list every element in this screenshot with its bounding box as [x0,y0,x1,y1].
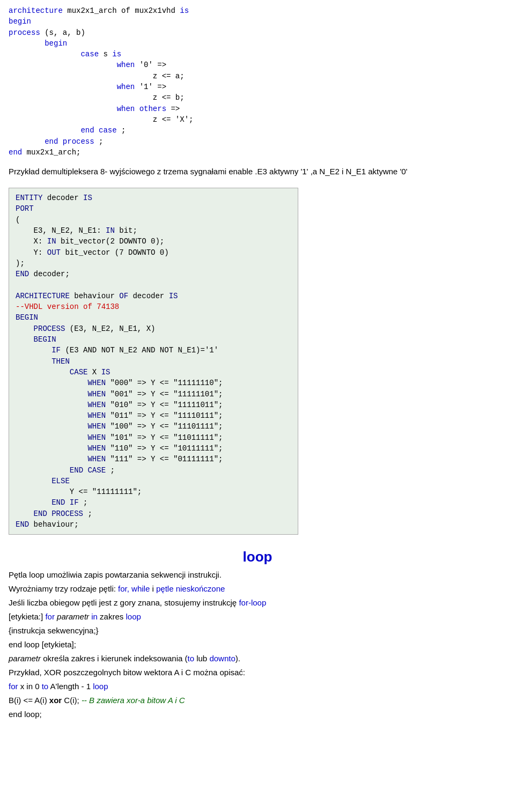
decoder-code-box: ENTITY decoder IS PORT ( E3, N_E2, N_E1:… [9,188,298,535]
mux-code: architecture mux2x1_arch of mux2x1vhd is… [9,5,506,158]
loop-line-3: Jeśli liczba obiegow pętli jest z gory z… [9,596,506,609]
loop-line-7: parametr określa zakres i kierunek indek… [9,652,506,665]
loop-line-9: for x in 0 to A'length - 1 loop [9,680,506,693]
loop-line-11: end loop; [9,708,506,721]
intro-paragraph: Przykład demultipleksera 8- wyjściowego … [9,165,506,178]
loop-heading: loop [9,549,506,565]
loop-line-4: [etykieta:] for parametr in zakres loop [9,610,506,623]
loop-title: loop [9,549,506,565]
decoder-code: ENTITY decoder IS PORT ( E3, N_E2, N_E1:… [16,193,291,530]
loop-description: Pętla loop umożliwia zapis powtarzania s… [9,569,506,721]
loop-line-2: Wyrożniamy trzy rodzaje pętli: for, whil… [9,582,506,595]
loop-line-5: {instrukcja sekwencyjna;} [9,624,506,637]
loop-line-6: end loop [etykieta]; [9,638,506,651]
mux-code-section: architecture mux2x1_arch of mux2x1vhd is… [9,5,506,158]
loop-line-1: Pętla loop umożliwia zapis powtarzania s… [9,569,506,581]
loop-line-10: B(i) <= A(i) xor C(i); -- B zawiera xor-… [9,694,506,707]
loop-line-8: Przykład, XOR poszczegolnych bitow wekto… [9,666,506,679]
